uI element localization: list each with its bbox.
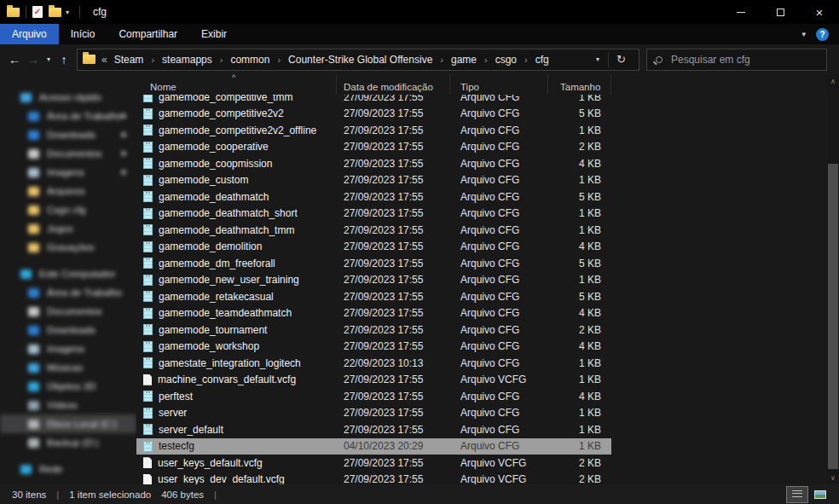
sidebar-item[interactable]: Acesso rápido [0, 88, 136, 107]
file-row[interactable]: gamemode_deathmatch_tmm 27/09/2023 17:55… [136, 222, 611, 239]
sidebar-item[interactable]: Downloads [0, 321, 136, 339]
breadcrumb-item[interactable]: Counter-Strike Global Offensive › [286, 54, 449, 66]
recent-locations-icon[interactable]: ▾ [43, 55, 55, 63]
back-button[interactable]: ← [5, 53, 24, 67]
sidebar-item-label: Acesso rápido [39, 92, 101, 102]
refresh-icon[interactable]: ↻ [609, 53, 634, 66]
scrollbar-thumb[interactable] [828, 164, 838, 469]
column-header-name[interactable]: ^ Nome [136, 74, 337, 95]
sidebar-item[interactable]: Imagens [0, 163, 136, 182]
chevron-right-icon[interactable]: › [214, 55, 229, 65]
sidebar-item[interactable]: Documentos [0, 302, 136, 321]
file-row[interactable]: gamemode_competitive2v2 27/09/2023 17:55… [136, 106, 611, 123]
breadcrumb-item[interactable]: cfg [534, 54, 551, 66]
minimize-icon [737, 12, 745, 13]
sidebar-item[interactable]: Área de Trabalho [0, 283, 136, 302]
file-row[interactable]: gamemode_workshop 27/09/2023 17:55 Arqui… [136, 339, 611, 356]
new-folder-icon[interactable] [49, 8, 61, 17]
ribbon-tab[interactable]: Exibir [189, 24, 239, 44]
file-row[interactable]: server 27/09/2023 17:55 Arquivo CFG 1 KB [136, 405, 611, 422]
minimize-button[interactable] [721, 0, 761, 24]
sidebar-item[interactable]: Vídeos [0, 396, 136, 414]
breadcrumb-item[interactable]: steamapps › [160, 54, 229, 66]
sidebar-item[interactable]: Backup (D:) [0, 433, 136, 452]
chevron-right-icon[interactable]: › [145, 55, 160, 65]
file-size: 1 KB [548, 274, 611, 286]
chevron-right-icon[interactable]: › [434, 55, 449, 65]
file-row[interactable]: gamemode_new_user_training 27/09/2023 17… [136, 272, 611, 289]
file-row[interactable]: gamemode_custom 27/09/2023 17:55 Arquivo… [136, 172, 611, 189]
column-header-date[interactable]: Data de modificação [337, 74, 450, 95]
vertical-scrollbar[interactable]: ∧ ∨ [827, 74, 839, 484]
sidebar-item[interactable]: Csgo cfg [0, 200, 136, 219]
file-row[interactable]: gamemode_dm_freeforall 27/09/2023 17:55 … [136, 255, 611, 272]
sidebar-item[interactable]: Arquivos [0, 182, 136, 200]
file-row[interactable]: gamemode_deathmatch_short 27/09/2023 17:… [136, 206, 611, 223]
ribbon-tabs: ArquivoInícioCompartilharExibir [0, 24, 839, 44]
sidebar-item[interactable]: Objetos 3D [0, 377, 136, 396]
sidebar-item[interactable]: Jogos [0, 219, 136, 238]
column-header-size[interactable]: Tamanho [548, 74, 611, 95]
breadcrumb-item[interactable]: game › [449, 54, 494, 66]
sidebar-item[interactable]: Músicas [0, 358, 136, 377]
sidebar-item[interactable]: Downloads [0, 125, 136, 144]
file-row[interactable]: gamemode_tournament 27/09/2023 17:55 Arq… [136, 322, 611, 339]
help-icon[interactable]: ? [816, 28, 829, 41]
ribbon-tab[interactable]: Arquivo [0, 24, 59, 44]
sidebar-item-icon [28, 401, 39, 410]
close-button[interactable]: × [800, 0, 839, 24]
up-button[interactable]: ↑ [55, 53, 73, 67]
file-type: Arquivo CFG [450, 424, 548, 436]
forward-button[interactable]: → [24, 53, 43, 67]
thumbnails-view-button[interactable] [810, 487, 830, 502]
sidebar-item[interactable]: Disco Local (C:) [0, 414, 136, 433]
file-row[interactable]: gamemode_teamdeathmatch 27/09/2023 17:55… [136, 305, 611, 322]
file-row[interactable]: server_default 27/09/2023 17:55 Arquivo … [136, 421, 611, 438]
chevron-right-icon[interactable]: › [478, 55, 494, 65]
file-row[interactable]: gamestate_integration_logitech 22/09/202… [136, 355, 611, 372]
address-dropdown-icon[interactable]: ▾ [587, 55, 608, 63]
file-row[interactable]: gamemode_demolition 27/09/2023 17:55 Arq… [136, 239, 611, 256]
properties-check-icon[interactable]: ✓ [32, 6, 43, 18]
scroll-up-icon[interactable]: ∧ [827, 74, 839, 88]
details-view-button[interactable] [787, 487, 807, 502]
sidebar-item-icon [28, 149, 39, 159]
breadcrumb-item[interactable]: Steam › [113, 54, 160, 66]
maximize-button[interactable] [761, 0, 800, 24]
ribbon-tab[interactable]: Início [59, 24, 107, 44]
file-row[interactable]: gamemode_competitive_tmm 27/09/2023 17:5… [136, 95, 611, 106]
breadcrumb-overflow-icon[interactable]: « [101, 54, 107, 66]
file-row[interactable]: user_keys_default.vcfg 27/09/2023 17:55 … [136, 455, 611, 472]
ribbon-tab[interactable]: Compartilhar [107, 24, 189, 44]
sidebar-item[interactable]: Imagens [0, 339, 136, 358]
sidebar-item[interactable]: Rede [0, 460, 136, 478]
sidebar-item-icon [20, 93, 32, 102]
sidebar-item[interactable]: Documentos [0, 144, 136, 163]
ribbon-collapse-icon[interactable]: ▾ [801, 30, 806, 38]
chevron-right-icon[interactable]: › [518, 55, 534, 65]
breadcrumb-item[interactable]: common › [229, 54, 286, 66]
file-date: 27/09/2023 17:55 [337, 174, 450, 186]
file-row[interactable]: gamemode_coopmission 27/09/2023 17:55 Ar… [136, 155, 611, 172]
breadcrumb-item[interactable]: csgo › [494, 54, 534, 66]
column-header-type[interactable]: Tipo [450, 74, 548, 95]
scroll-down-icon[interactable]: ∨ [827, 471, 839, 484]
file-row[interactable]: gamemode_cooperative 27/09/2023 17:55 Ar… [136, 139, 611, 156]
file-row[interactable]: perftest 27/09/2023 17:55 Arquivo CFG 4 … [136, 388, 611, 405]
file-name: gamemode_deathmatch_short [159, 207, 298, 219]
file-row[interactable]: gamemode_competitive2v2_offline 27/09/20… [136, 122, 611, 139]
sidebar-item[interactable]: Gravações [0, 238, 136, 257]
qat-dropdown-icon[interactable]: ▾ [66, 9, 69, 16]
file-row[interactable]: machine_convars_default.vcfg 27/09/2023 … [136, 372, 611, 389]
sidebar-item[interactable]: Área de Trabalho [0, 107, 136, 125]
search-box[interactable]: Pesquisar em cfg [646, 49, 827, 71]
pin-icon [121, 151, 126, 156]
file-row[interactable]: user_keys_dev_default.vcfg 27/09/2023 17… [136, 472, 611, 485]
sidebar-item-label: Disco Local (C:) [47, 419, 117, 429]
file-row[interactable]: gamemode_retakecasual 27/09/2023 17:55 A… [136, 288, 611, 305]
file-row[interactable]: testecfg 04/10/2023 20:29 Arquivo CFG 1 … [136, 438, 611, 455]
sidebar-item[interactable]: Este Computador [0, 264, 136, 283]
address-bar[interactable]: « Steam › steamapps › common › Counter-S… [77, 49, 639, 71]
file-row[interactable]: gamemode_deathmatch 27/09/2023 17:55 Arq… [136, 188, 611, 206]
chevron-right-icon[interactable]: › [271, 55, 286, 65]
